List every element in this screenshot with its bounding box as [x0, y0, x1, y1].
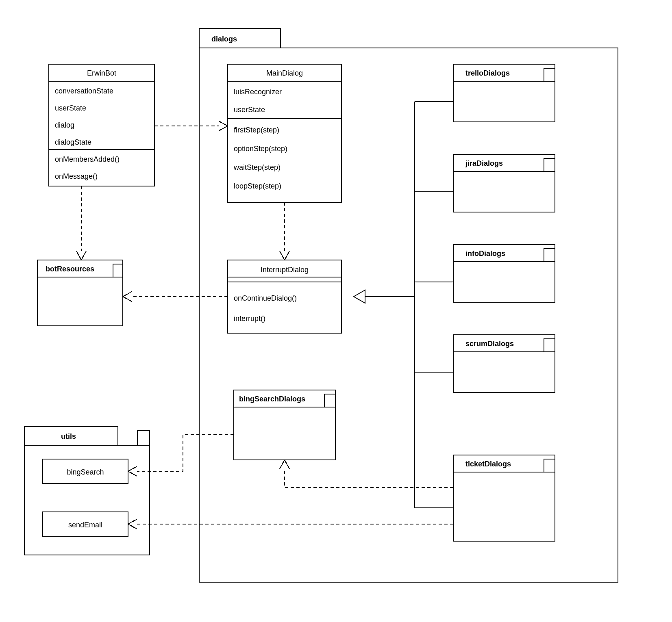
svg-rect-38 [453, 81, 555, 122]
svg-text:optionStep(step): optionStep(step) [234, 145, 287, 153]
package-utils: utils bingSearch sendEmail [24, 427, 150, 555]
class-erwinbot-name: ErwinBot [87, 69, 116, 77]
svg-text:conversationState: conversationState [55, 87, 113, 95]
svg-rect-47 [453, 352, 555, 392]
svg-rect-35 [234, 407, 335, 460]
svg-text:luisRecognizer: luisRecognizer [234, 88, 282, 96]
package-botresources-label: botResources [46, 265, 94, 273]
class-interruptdialog-name: InterruptDialog [261, 266, 309, 274]
svg-text:firstStep(step): firstStep(step) [234, 126, 279, 134]
package-jiradialogs-label: jiraDialogs [465, 159, 503, 167]
svg-rect-50 [453, 472, 555, 541]
package-bingsearchdialogs-label: bingSearchDialogs [239, 395, 305, 403]
svg-rect-37 [544, 68, 555, 81]
package-ticketdialogs: ticketDialogs [453, 455, 555, 541]
package-scrumdialogs-label: scrumDialogs [465, 340, 514, 348]
svg-text:dialogState: dialogState [55, 138, 91, 146]
svg-text:onContinueDialog(): onContinueDialog() [234, 294, 297, 302]
dependency-erwinbot-botresources [76, 186, 86, 260]
package-utils-label: utils [61, 432, 76, 440]
svg-rect-44 [453, 262, 555, 302]
svg-rect-43 [544, 249, 555, 262]
svg-rect-40 [544, 158, 555, 171]
package-trellodialogs-label: trelloDialogs [465, 69, 510, 77]
package-scrumdialogs: scrumDialogs [453, 335, 555, 392]
svg-text:userState: userState [234, 106, 265, 114]
svg-text:onMessage(): onMessage() [55, 172, 98, 180]
svg-text:loopStep(step): loopStep(step) [234, 182, 281, 190]
package-jiradialogs: jiraDialogs [453, 154, 555, 212]
svg-rect-27 [37, 277, 123, 326]
package-bingsearchdialogs: bingSearchDialogs [234, 390, 335, 460]
class-maindialog: MainDialog luisRecognizer userState firs… [228, 64, 341, 202]
svg-rect-34 [324, 394, 335, 407]
class-interruptdialog: InterruptDialog onContinueDialog() inter… [228, 260, 341, 333]
class-erwinbot: ErwinBot conversationState userState dia… [49, 64, 154, 186]
package-botresources: botResources [37, 260, 123, 326]
utils-item-bingsearch: bingSearch [67, 468, 104, 476]
package-ticketdialogs-label: ticketDialogs [465, 460, 511, 468]
class-maindialog-name: MainDialog [266, 69, 303, 77]
uml-diagram: dialogs ErwinBot conversationState userS… [0, 0, 672, 622]
svg-rect-46 [544, 339, 555, 352]
package-infodialogs: infoDialogs [453, 245, 555, 302]
svg-rect-26 [113, 264, 123, 277]
package-trellodialogs: trelloDialogs [453, 64, 555, 122]
utils-item-sendemail: sendEmail [68, 521, 102, 529]
svg-text:waitStep(step): waitStep(step) [233, 163, 281, 171]
svg-text:onMembersAdded(): onMembersAdded() [55, 155, 120, 163]
svg-rect-29 [137, 431, 150, 445]
svg-text:interrupt(): interrupt() [234, 314, 265, 323]
package-infodialogs-label: infoDialogs [465, 249, 505, 258]
svg-text:dialog: dialog [55, 121, 74, 129]
svg-text:userState: userState [55, 104, 86, 112]
svg-rect-49 [544, 459, 555, 472]
package-dialogs-label: dialogs [211, 35, 237, 43]
svg-rect-41 [453, 171, 555, 212]
